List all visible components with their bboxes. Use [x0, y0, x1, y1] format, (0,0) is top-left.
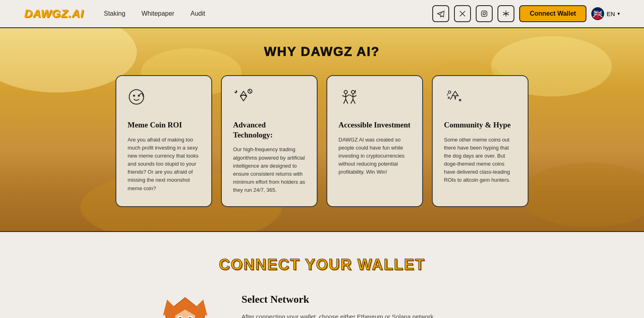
svg-marker-11 [240, 95, 247, 101]
cards-container: Meme Coin ROI Are you afraid of making t… [32, 75, 612, 207]
card-text-community-hype: Some other meme coins out there have bee… [444, 136, 516, 185]
svg-point-17 [344, 90, 347, 94]
svg-point-32 [448, 91, 451, 93]
telegram-icon [437, 10, 445, 17]
svg-line-19 [344, 99, 346, 103]
svg-point-1 [483, 12, 485, 15]
card-meme-coin-roi: Meme Coin ROI Are you afraid of making t… [116, 75, 212, 207]
logo[interactable]: DAWGZ.AI [24, 7, 84, 20]
asterisk-icon [502, 10, 510, 17]
card-title-meme-coin: Meme Coin ROI [128, 120, 200, 130]
select-network-text: After connecting your wallet, choose eit… [242, 312, 435, 318]
metamask-fox-icon [157, 293, 213, 318]
why-section: WHY DAWGZ AI? Meme Coin ROI Are you afra… [0, 28, 644, 232]
flag-icon: 🇬🇧 [591, 7, 604, 20]
wallet-text-area: Select Network After connecting your wal… [242, 293, 503, 318]
community-hype-icon [444, 88, 516, 112]
svg-line-22 [346, 95, 349, 97]
nav-links: Staking Whitepaper Audit [104, 10, 205, 17]
accessible-investment-icon [339, 88, 411, 112]
advanced-tech-icon [233, 88, 305, 112]
telegram-button[interactable] [432, 5, 449, 22]
svg-line-28 [350, 95, 353, 97]
navbar-left: DAWGZ.AI Staking Whitepaper Audit [24, 7, 205, 20]
asterisk-button[interactable] [497, 5, 514, 22]
svg-point-7 [133, 95, 135, 97]
svg-point-8 [138, 95, 140, 97]
why-title: WHY DAWGZ AI? [32, 44, 612, 59]
card-community-hype: Community & Hype Some other meme coins o… [432, 75, 528, 207]
twitter-x-button[interactable] [454, 5, 471, 22]
svg-point-9 [142, 94, 144, 96]
svg-line-16 [249, 90, 251, 92]
chevron-down-icon: ▾ [617, 11, 620, 16]
card-text-advanced-tech: Our high-frequency trading algorithms po… [233, 146, 305, 194]
card-title-accessible-investment: Accessible Investment [339, 120, 411, 130]
language-selector[interactable]: 🇬🇧 EN ▾ [591, 7, 620, 20]
nav-audit[interactable]: Audit [190, 10, 205, 17]
navbar: DAWGZ.AI Staking Whitepaper Audit [0, 0, 644, 28]
card-text-accessible-investment: DAWGZ AI was created so people could hav… [339, 136, 411, 176]
instagram-icon [481, 10, 488, 17]
svg-line-21 [343, 96, 346, 97]
svg-point-6 [129, 90, 144, 104]
meme-coin-icon [128, 88, 200, 112]
card-text-meme-coin: Are you afraid of making too much profit… [128, 136, 200, 193]
connect-section: CONNECT YOUR WALLET [0, 232, 644, 318]
nav-staking[interactable]: Staking [104, 10, 125, 17]
nav-whitepaper[interactable]: Whitepaper [141, 10, 174, 17]
lang-label: EN [607, 10, 615, 17]
card-title-community-hype: Community & Hype [444, 120, 516, 130]
select-network-title: Select Network [242, 293, 503, 306]
svg-rect-0 [481, 11, 487, 16]
connect-wallet-button[interactable]: Connect Wallet [519, 5, 586, 22]
svg-point-23 [351, 90, 355, 94]
svg-point-2 [486, 12, 487, 12]
connect-content: Select Network After connecting your wal… [141, 293, 503, 318]
card-accessible-investment: Accessible Investment DAWGZ AI was creat… [326, 75, 423, 207]
svg-line-20 [346, 99, 348, 103]
svg-point-30 [355, 93, 356, 94]
svg-line-33 [447, 94, 448, 95]
svg-line-31 [450, 97, 452, 99]
navbar-right: Connect Wallet 🇬🇧 EN ▾ [432, 5, 620, 22]
card-title-advanced-tech: Advanced Technology: [233, 120, 305, 140]
wallet-illustration [141, 293, 221, 318]
svg-line-25 [351, 99, 353, 103]
svg-line-27 [353, 96, 356, 97]
instagram-button[interactable] [476, 5, 493, 22]
svg-line-26 [353, 99, 355, 103]
connect-title: CONNECT YOUR WALLET [32, 256, 612, 273]
twitter-x-icon [459, 10, 466, 17]
card-advanced-technology: Advanced Technology: Our high-frequency … [221, 75, 318, 207]
